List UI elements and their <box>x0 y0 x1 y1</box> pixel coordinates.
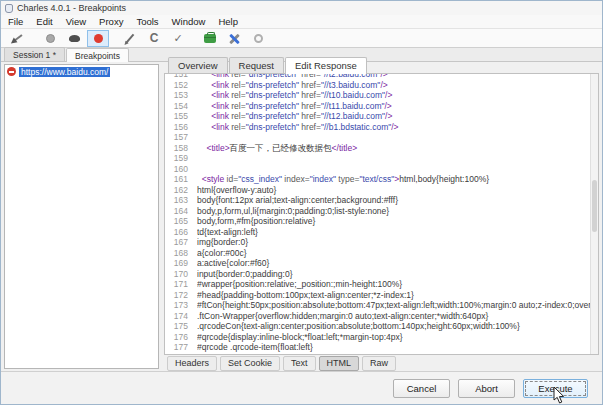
tab-set-cookie[interactable]: Set Cookie <box>220 356 280 371</box>
response-pane: Overview Request Edit Response 151 <link… <box>164 56 599 371</box>
code-editor[interactable]: 151 <link rel="dns-prefetch" href="//t2.… <box>164 73 599 355</box>
code-line[interactable]: 169a:active{color:#f60} <box>165 258 590 269</box>
repeat-button[interactable]: C <box>143 30 165 47</box>
record-icon <box>46 34 55 43</box>
code-line[interactable]: 162html{overflow-y:auto} <box>165 185 590 196</box>
code-text: .ftCon-Wrapper{overflow:hidden;margin:0 … <box>197 311 590 322</box>
menu-item-view[interactable]: View <box>66 16 86 27</box>
line-number: 158 <box>165 143 197 154</box>
code-line[interactable]: 173#ftCon{height:50px;position:absolute;… <box>165 300 590 311</box>
code-line[interactable]: 171#wrapper{position:relative;_position:… <box>165 279 590 290</box>
cancel-button[interactable]: Cancel <box>393 379 450 398</box>
code-line[interactable]: 152 <link rel="dns-prefetch" href="//t3.… <box>165 80 590 91</box>
tab-headers[interactable]: Headers <box>167 356 217 371</box>
code-text: <link rel="dns-prefetch" href="//t10.bai… <box>197 90 590 101</box>
code-line[interactable]: 166td{text-align:left} <box>165 227 590 238</box>
line-number: 171 <box>165 279 197 290</box>
line-number: 174 <box>165 311 197 322</box>
line-number: 176 <box>165 332 197 343</box>
code-line[interactable]: 175.qrcodeCon{text-align:center;position… <box>165 321 590 332</box>
repeat-icon: C <box>150 33 159 43</box>
code-text: td{text-align:left} <box>197 227 590 238</box>
code-text: body,p,form,ul,li{margin:0;padding:0;lis… <box>197 206 590 217</box>
tab-session-1[interactable]: Session 1 * <box>4 47 65 61</box>
code-line[interactable]: 161 <style id="css_index" index="index" … <box>165 174 590 185</box>
tab-breakpoints[interactable]: Breakpoints <box>66 48 129 62</box>
code-line[interactable]: 177#qrcode .qrcode-item{float:left} <box>165 342 590 353</box>
code-scrollbar[interactable] <box>590 74 598 354</box>
code-line[interactable]: 167img{border:0} <box>165 237 590 248</box>
line-number: 157 <box>165 132 197 143</box>
line-number: 160 <box>165 164 197 175</box>
code-text: a{color:#00c} <box>197 248 590 259</box>
tab-overview[interactable]: Overview <box>168 57 228 73</box>
charles-app-icon <box>5 4 13 13</box>
tab-request[interactable]: Request <box>229 57 284 73</box>
code-line[interactable]: 164body,p,form,ul,li{margin:0;padding:0;… <box>165 206 590 217</box>
breakpoints-toggle-button[interactable] <box>87 30 109 47</box>
line-number: 164 <box>165 206 197 217</box>
menu-item-proxy[interactable]: Proxy <box>99 16 123 27</box>
breakpoints-list[interactable]: https://www.baidu.com/ <box>4 64 159 369</box>
compose-pencil-icon <box>126 33 135 43</box>
code-line[interactable]: 160 <box>165 164 590 175</box>
code-line[interactable]: 154 <link rel="dns-prefetch" href="//t11… <box>165 101 590 112</box>
code-lines: 151 <link rel="dns-prefetch" href="//t2.… <box>165 73 590 353</box>
code-text: <link rel="dns-prefetch" href="//t12.bai… <box>197 111 590 122</box>
compose-button[interactable] <box>119 30 141 47</box>
line-number: 172 <box>165 290 197 301</box>
abort-button[interactable]: Abort <box>458 379 515 398</box>
settings-button[interactable] <box>223 30 245 47</box>
code-text <box>197 164 590 175</box>
tab-raw[interactable]: Raw <box>362 356 396 371</box>
code-line[interactable]: 159 <box>165 153 590 164</box>
tab-html[interactable]: HTML <box>319 356 360 371</box>
tab-edit-response[interactable]: Edit Response <box>285 57 367 74</box>
code-line[interactable]: 163body{font:12px arial;text-align:cente… <box>165 195 590 206</box>
scrollbar-thumb[interactable] <box>592 180 597 232</box>
menu-bar: File Edit View Proxy Tools Window Help <box>1 15 602 29</box>
code-text: .qrcodeCon{text-align:center;position:ab… <box>197 321 590 332</box>
line-number: 163 <box>165 195 197 206</box>
line-number: 156 <box>165 122 197 133</box>
line-number: 152 <box>165 80 197 91</box>
code-line[interactable]: 168a{color:#00c} <box>165 248 590 259</box>
line-number: 154 <box>165 101 197 112</box>
menu-item-file[interactable]: File <box>8 16 23 27</box>
tab-text[interactable]: Text <box>283 356 316 371</box>
code-text: body{font:12px arial;text-align:center;b… <box>197 195 590 206</box>
toolbar: C ✓ <box>1 29 602 48</box>
code-line[interactable]: 156 <link rel="dns-prefetch" href="//b1.… <box>165 122 590 133</box>
code-line[interactable]: 174.ftCon-Wrapper{overflow:hidden;margin… <box>165 311 590 322</box>
code-text: #wrapper{position:relative;_position:;mi… <box>197 279 590 290</box>
clear-session-button[interactable] <box>7 30 29 47</box>
title-bar: Charles 4.0.1 - Breakpoints <box>1 1 602 15</box>
menu-item-edit[interactable]: Edit <box>36 16 52 27</box>
line-number: 168 <box>165 248 197 259</box>
code-text: <link rel="dns-prefetch" href="//b1.bdst… <box>197 122 590 133</box>
code-line[interactable]: 153 <link rel="dns-prefetch" href="//t10… <box>165 90 590 101</box>
line-number: 159 <box>165 153 197 164</box>
menu-item-help[interactable]: Help <box>218 16 238 27</box>
code-line[interactable]: 155 <link rel="dns-prefetch" href="//t12… <box>165 111 590 122</box>
code-text: body,form,#fm{position:relative} <box>197 216 590 227</box>
menu-item-window[interactable]: Window <box>172 16 206 27</box>
code-line[interactable]: 172#head{padding-bottom:100px;text-align… <box>165 290 590 301</box>
record-button[interactable] <box>39 30 61 47</box>
menu-item-tools[interactable]: Tools <box>136 16 158 27</box>
tools-button[interactable] <box>199 30 221 47</box>
code-text: #qrcode .qrcode-item{float:left} <box>197 342 590 353</box>
code-line[interactable]: 165body,form,#fm{position:relative} <box>165 216 590 227</box>
view-mode-tab-bar: Headers Set Cookie Text HTML Raw <box>164 355 599 371</box>
code-text: <title>百度一下，已经修改数据包</title> <box>197 143 590 154</box>
breakpoint-list-item[interactable]: https://www.baidu.com/ <box>5 65 158 78</box>
about-button[interactable] <box>247 30 269 47</box>
validate-button[interactable]: ✓ <box>167 30 189 47</box>
throttle-button[interactable] <box>63 30 85 47</box>
code-line[interactable]: 170input{border:0;padding:0} <box>165 269 590 280</box>
breakpoint-url[interactable]: https://www.baidu.com/ <box>19 67 110 77</box>
code-line[interactable]: 176#qrcode{display:inline-block;*float:l… <box>165 332 590 343</box>
line-number: 177 <box>165 342 197 353</box>
code-line[interactable]: 158 <title>百度一下，已经修改数据包</title> <box>165 143 590 154</box>
code-line[interactable]: 157 <box>165 132 590 143</box>
